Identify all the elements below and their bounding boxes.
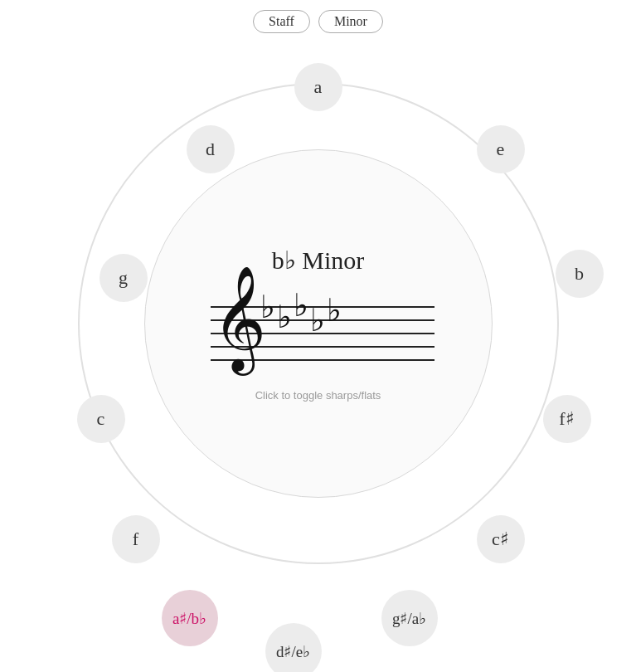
flat-5: ♭ <box>327 295 342 336</box>
flat-2: ♭ <box>277 301 292 336</box>
note-label-a: a <box>314 76 323 98</box>
note-bubble-dsharp-eb[interactable]: d♯/e♭ <box>265 623 322 672</box>
note-label-asharp-bb: a♯/b♭ <box>172 609 206 628</box>
note-bubble-g[interactable]: g <box>100 254 148 302</box>
note-bubble-c[interactable]: c <box>77 395 125 443</box>
staff-area: 𝄞 ♭ ♭ ♭ ♭ ♭ <box>194 281 443 381</box>
toggle-hint: Click to toggle sharps/flats <box>255 389 381 402</box>
note-bubble-gsharp-ab[interactable]: g♯/a♭ <box>381 590 438 646</box>
circle-of-fifths: a e b f♯ c♯ g♯/a♭ d♯/e♭ a♯/b♭ f c g d <box>61 41 575 606</box>
key-title: b♭ Minor <box>272 246 365 275</box>
note-bubble-a[interactable]: a <box>294 63 342 111</box>
note-label-b: b <box>575 263 584 285</box>
flat-4: ♭ <box>310 304 325 336</box>
note-label-d: d <box>206 139 215 160</box>
flat-3: ♭ <box>294 290 308 336</box>
note-bubble-csharp[interactable]: c♯ <box>477 515 525 563</box>
treble-clef: 𝄞 <box>212 273 266 364</box>
note-bubble-b[interactable]: b <box>556 250 604 298</box>
flat-1: ♭ <box>260 291 275 336</box>
inner-circle[interactable]: b♭ Minor 𝄞 ♭ ♭ ♭ ♭ ♭ Click to toggle <box>144 149 493 498</box>
note-label-e: e <box>497 139 505 160</box>
note-label-dsharp-eb: d♯/e♭ <box>276 642 310 661</box>
note-bubble-fsharp[interactable]: f♯ <box>543 395 591 443</box>
note-label-f: f <box>133 528 138 550</box>
note-bubble-f[interactable]: f <box>112 515 160 563</box>
note-bubble-asharp-bb[interactable]: a♯/b♭ <box>162 590 218 646</box>
flats-group: ♭ ♭ ♭ ♭ ♭ <box>260 290 342 336</box>
note-label-fsharp: f♯ <box>559 408 574 430</box>
note-label-c: c <box>97 408 105 430</box>
note-bubble-e[interactable]: e <box>477 125 525 173</box>
staff-button[interactable]: Staff <box>253 10 310 33</box>
note-label-csharp: c♯ <box>492 528 509 550</box>
note-label-gsharp-ab: g♯/a♭ <box>392 609 426 628</box>
note-label-g: g <box>119 267 128 289</box>
note-bubble-d[interactable]: d <box>187 125 235 173</box>
minor-button[interactable]: Minor <box>318 10 383 33</box>
top-toolbar: Staff Minor <box>0 0 636 33</box>
